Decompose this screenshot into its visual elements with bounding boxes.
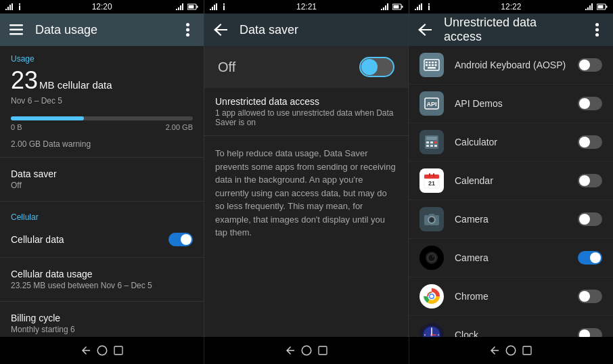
unrestricted-title-bar: Unrestricted data access bbox=[444, 16, 578, 44]
svg-point-64 bbox=[438, 334, 439, 336]
app-row-chrome[interactable]: Chrome bbox=[409, 277, 613, 316]
app-row-calendar[interactable]: 21 Calendar bbox=[409, 162, 613, 200]
usage-section: Usage 23 MB cellular data Nov 6 – Dec 5 bbox=[0, 46, 204, 111]
toggle-camera2[interactable] bbox=[578, 251, 602, 265]
recent-nav-button-1[interactable] bbox=[110, 342, 127, 359]
svg-rect-26 bbox=[435, 64, 437, 66]
data-saver-toggle-row[interactable]: Off bbox=[204, 46, 408, 88]
svg-point-13 bbox=[186, 28, 189, 32]
toggle-calculator[interactable] bbox=[578, 135, 602, 149]
svg-rect-31 bbox=[426, 137, 437, 140]
svg-rect-8 bbox=[606, 6, 607, 8]
toggle-calendar[interactable] bbox=[578, 174, 602, 187]
data-usage-app-bar: Data usage bbox=[0, 14, 204, 46]
unrestricted-access-panel: Unrestricted data access Android Keyboar… bbox=[409, 14, 613, 337]
cellular-data-usage-item[interactable]: Cellular data usage 23.25 MB used betwee… bbox=[0, 260, 204, 298]
billing-cycle-label: Billing cycle bbox=[11, 313, 193, 323]
data-saver-content: Off Unrestricted data access 1 app allow… bbox=[204, 46, 408, 337]
app-row-keyboard[interactable]: Android Keyboard (AOSP) bbox=[409, 46, 613, 85]
app-icon-chrome bbox=[419, 284, 444, 309]
data-saver-big-toggle[interactable] bbox=[359, 57, 394, 77]
app-name-keyboard: Android Keyboard (AOSP) bbox=[455, 60, 578, 70]
home-nav-button-1[interactable] bbox=[94, 342, 110, 359]
svg-rect-7 bbox=[597, 5, 603, 9]
home-nav-button-2[interactable] bbox=[298, 342, 315, 359]
status-icons-left-3 bbox=[415, 3, 432, 10]
back-nav-button-2[interactable] bbox=[282, 342, 298, 359]
home-nav-button-3[interactable] bbox=[503, 342, 519, 359]
unrestricted-subtitle: 1 app allowed to use unrestricted data w… bbox=[215, 108, 397, 127]
svg-point-16 bbox=[595, 28, 599, 32]
cellular-data-toggle[interactable] bbox=[168, 233, 193, 246]
usage-bar-fill bbox=[11, 116, 84, 120]
toggle-knob-clock bbox=[579, 329, 590, 337]
data-warning: 2.00 GB Data warning bbox=[0, 137, 204, 154]
svg-rect-27 bbox=[428, 67, 436, 69]
back-nav-button-1[interactable] bbox=[78, 342, 94, 359]
svg-rect-2 bbox=[197, 6, 198, 8]
data-usage-content: Usage 23 MB cellular data Nov 6 – Dec 5 … bbox=[0, 46, 204, 337]
status-icons-right-1 bbox=[176, 3, 198, 10]
usage-bar-container: 0 B 2.00 GB bbox=[11, 116, 193, 131]
app-icon-camera2 bbox=[419, 246, 444, 270]
data-saver-toggle-label: Off bbox=[218, 60, 235, 75]
toggle-clock[interactable] bbox=[578, 328, 602, 337]
toggle-api[interactable] bbox=[578, 97, 602, 110]
unrestricted-section[interactable]: Unrestricted data access 1 app allowed t… bbox=[204, 88, 408, 136]
svg-rect-46 bbox=[429, 214, 434, 216]
cellular-data-row[interactable]: Cellular data bbox=[0, 225, 204, 254]
app-row-camera1[interactable]: Camera bbox=[409, 200, 613, 239]
svg-point-50 bbox=[432, 256, 434, 257]
toggle-camera1[interactable] bbox=[578, 212, 602, 226]
usage-bar-bg bbox=[11, 116, 193, 120]
app-name-chrome: Chrome bbox=[455, 291, 578, 302]
hamburger-icon[interactable] bbox=[8, 22, 24, 38]
data-usage-panel: Data usage Usage 23 MB cellular data Nov… bbox=[0, 14, 204, 337]
svg-point-71 bbox=[302, 346, 311, 355]
recent-nav-button-3[interactable] bbox=[519, 342, 535, 359]
app-row-calculator[interactable]: Calculator bbox=[409, 123, 613, 162]
big-toggle-knob bbox=[361, 59, 378, 75]
toggle-knob-calendar bbox=[579, 175, 590, 186]
app-icon-clock bbox=[419, 323, 444, 337]
divider-4 bbox=[0, 301, 204, 302]
app-name-calculator: Calculator bbox=[455, 137, 578, 147]
usage-bar-min: 0 B bbox=[11, 123, 22, 131]
divider-2 bbox=[0, 201, 204, 202]
svg-point-14 bbox=[186, 33, 189, 37]
overflow-menu-icon[interactable] bbox=[179, 22, 196, 38]
app-name-calendar: Calendar bbox=[455, 175, 578, 186]
status-icons-left-1 bbox=[5, 3, 22, 10]
svg-rect-22 bbox=[435, 62, 437, 64]
billing-cycle-item[interactable]: Billing cycle Monthly starting 6 bbox=[0, 304, 204, 337]
data-saver-app-bar: Data saver bbox=[204, 14, 408, 46]
back-nav-button-3[interactable] bbox=[486, 342, 503, 359]
cellular-data-usage-label: Cellular data usage bbox=[11, 269, 193, 279]
unrestricted-app-bar: Unrestricted data access bbox=[409, 14, 613, 46]
svg-rect-70 bbox=[114, 346, 122, 355]
data-saver-item[interactable]: Data saver Off bbox=[0, 160, 204, 198]
svg-text:API: API bbox=[426, 101, 436, 108]
svg-rect-40 bbox=[429, 173, 430, 177]
recent-nav-button-2[interactable] bbox=[315, 342, 331, 359]
app-row-clock[interactable]: Clock bbox=[409, 316, 613, 337]
toggle-keyboard[interactable] bbox=[578, 58, 602, 72]
svg-rect-74 bbox=[523, 346, 531, 355]
back-icon-2[interactable] bbox=[417, 22, 433, 38]
app-icon-api: API bbox=[419, 91, 444, 116]
app-row-api[interactable]: API API Demos bbox=[409, 85, 613, 123]
data-saver-label: Data saver bbox=[11, 168, 193, 179]
toggle-chrome[interactable] bbox=[578, 290, 602, 303]
back-icon-1[interactable] bbox=[212, 22, 229, 38]
status-panel-3: 12:22 bbox=[409, 0, 613, 14]
svg-rect-21 bbox=[432, 62, 434, 64]
overflow-menu-icon-3[interactable] bbox=[589, 22, 605, 38]
divider-3 bbox=[0, 257, 204, 258]
status-panel-2: 12:21 bbox=[204, 0, 409, 14]
svg-text:21: 21 bbox=[428, 180, 435, 187]
svg-rect-25 bbox=[432, 64, 434, 66]
svg-point-61 bbox=[431, 327, 432, 329]
time-3: 12:22 bbox=[501, 2, 521, 12]
svg-point-12 bbox=[186, 23, 189, 26]
app-row-camera2[interactable]: Camera bbox=[409, 239, 613, 277]
